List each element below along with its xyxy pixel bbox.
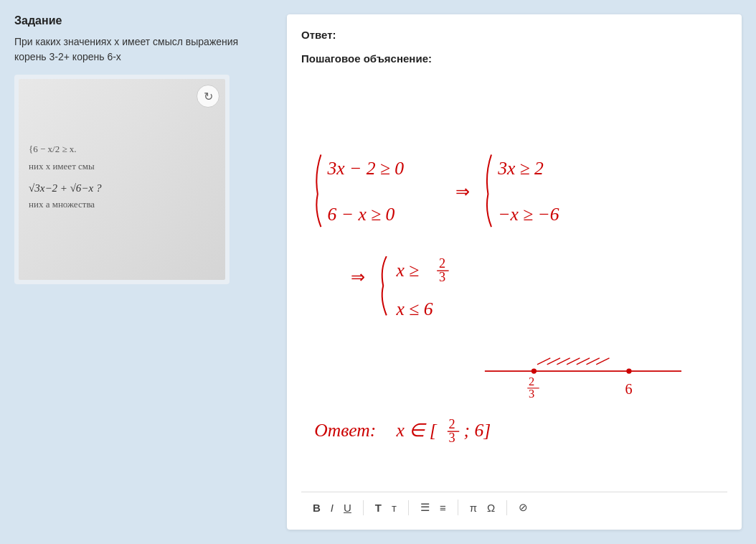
svg-text:6 − x ≥ 0: 6 − x ≥ 0 [328, 204, 395, 225]
task-image-inner: {6 − x/2 ≥ x. них х имеет смы √3x−2 + √6… [19, 79, 225, 280]
list-group: ☰ ≡ [409, 500, 458, 515]
img-formula: √3x−2 + √6−x ? [29, 182, 101, 194]
svg-text:−x ≥ −6: −x ≥ −6 [498, 204, 559, 225]
pi-button[interactable]: π [467, 500, 480, 515]
refresh-button[interactable]: ↻ [197, 85, 219, 108]
underline-button[interactable]: U [341, 500, 354, 515]
svg-text:3: 3 [529, 387, 534, 400]
math-group: π Ω [458, 500, 508, 515]
svg-text:Ответ:: Ответ: [314, 420, 376, 441]
task-description: При каких значениях х имеет смысл выраже… [14, 34, 273, 65]
svg-text:; 6]: ; 6] [464, 420, 491, 441]
image-container: {6 − x/2 ≥ x. них х имеет смы √3x−2 + √6… [14, 75, 230, 284]
solution-area: 3x − 2 ≥ 0 6 − x ≥ 0 ⇒ 3x ≥ 2 −x ≥ −6 ⇒ … [301, 72, 727, 484]
list-unordered-button[interactable]: ≡ [437, 500, 449, 515]
link-button[interactable]: ⊘ [516, 500, 531, 515]
bold-button[interactable]: B [310, 500, 323, 515]
img-line-3: них а множества [29, 199, 95, 210]
svg-point-20 [626, 368, 631, 373]
svg-point-19 [531, 368, 537, 373]
task-image: {6 − x/2 ≥ x. них х имеет смы √3x−2 + √6… [19, 79, 225, 280]
svg-text:2: 2 [439, 256, 445, 271]
task-title: Задание [14, 14, 273, 27]
svg-text:3: 3 [449, 431, 455, 445]
svg-text:6: 6 [625, 381, 632, 397]
format-group: B I U [301, 500, 364, 515]
svg-text:x ≤ 6: x ≤ 6 [396, 299, 433, 319]
italic-button[interactable]: I [328, 500, 336, 515]
solution-svg: 3x − 2 ≥ 0 6 − x ≥ 0 ⇒ 3x ≥ 2 −x ≥ −6 ⇒ … [301, 72, 727, 474]
omega-button[interactable]: Ω [484, 500, 498, 515]
answer-label: Ответ: [301, 29, 727, 41]
text-small-button[interactable]: т [389, 500, 400, 515]
link-group: ⊘ [507, 500, 539, 515]
svg-text:x ∈ [: x ∈ [ [396, 420, 438, 441]
left-panel: Задание При каких значениях х имеет смыс… [14, 14, 273, 530]
svg-text:x ≥: x ≥ [396, 260, 420, 281]
step-label: Пошаговое объяснение: [301, 52, 727, 65]
text-size-group: T т [364, 500, 409, 515]
right-panel: Ответ: Пошаговое объяснение: 3x − 2 ≥ 0 … [287, 14, 742, 530]
toolbar: B I U T т ☰ ≡ π Ω ⊘ [301, 492, 727, 515]
svg-text:3x − 2 ≥ 0: 3x − 2 ≥ 0 [327, 158, 405, 179]
svg-text:3: 3 [439, 270, 445, 284]
img-line-1: {6 − x/2 ≥ x. [29, 144, 77, 155]
list-ordered-button[interactable]: ☰ [417, 500, 433, 515]
img-line-2: них х имеет смы [29, 161, 95, 172]
svg-text:⇒: ⇒ [351, 267, 365, 286]
text-big-button[interactable]: T [372, 500, 384, 515]
svg-text:3x ≥ 2: 3x ≥ 2 [497, 158, 544, 179]
svg-text:⇒: ⇒ [455, 182, 470, 201]
svg-text:2: 2 [449, 417, 455, 431]
